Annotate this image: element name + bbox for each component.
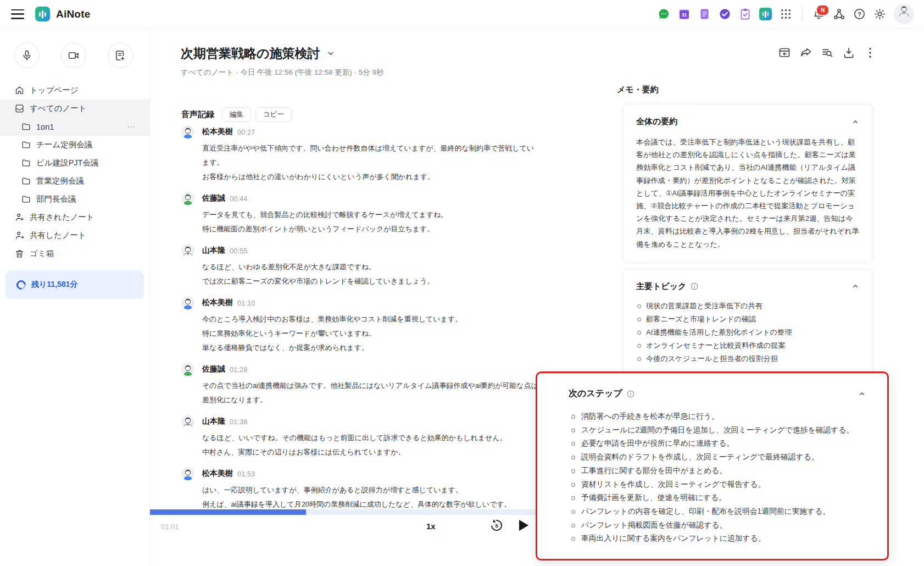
home-icon (14, 85, 25, 96)
speaker-name: 山本隆 (202, 246, 225, 256)
sidebar-item-folder-dept-heads[interactable]: 部門長会議 (0, 190, 149, 208)
apps-grid-button[interactable] (780, 8, 792, 20)
sidebar-item-folder-sales-regular[interactable]: 営業定例会議 (0, 172, 149, 190)
message-timestamp[interactable]: 01:10 (237, 299, 255, 307)
play-button[interactable] (519, 519, 531, 531)
message-text: はい、一応説明していますが、事例紹介があると説得力が増すと感じています。例えば、… (202, 483, 538, 512)
sidebar-item-folder-team-regular[interactable]: チーム定例会議 (0, 136, 149, 154)
transcript-message[interactable]: 佐藤誠01:28その点で当社のai連携機能は強みです。他社製品にはないリアルタイ… (181, 363, 544, 407)
svg-text:?: ? (858, 11, 861, 18)
next-step-item: 予備費計画を更新し、使途を明確にする。 (581, 491, 866, 505)
share-forward-button[interactable] (799, 46, 812, 59)
topic-item: オンラインセミナーと比較資料作成の提案 (646, 339, 860, 352)
notification-badge: N (816, 4, 830, 16)
overall-summary-card: 全体の要約 本会議では、受注率低下と制約率低迷という現状課題を共有し、顧客が他社… (622, 104, 873, 263)
sidebar-item-trash[interactable]: ゴミ箱 (0, 245, 149, 263)
chat-button[interactable] (658, 8, 670, 20)
copy-button[interactable]: コピー (255, 107, 292, 122)
ainote-logo-icon (35, 7, 50, 21)
speaker-avatar (181, 296, 194, 309)
playback-speed-button[interactable]: 1x (423, 521, 439, 531)
rewind-5s-button[interactable]: 5 (489, 518, 504, 534)
message-text: 直近受注率がやや低下傾向です。問い合わせ件数自体は増えていますが、最終的な制約率… (202, 141, 538, 184)
transcript-message[interactable]: 佐藤誠00:44データを見ても、競合製品との比較検討で離脱するケースが増えてます… (181, 192, 544, 236)
camera-icon (68, 49, 80, 62)
search-transcript-icon (821, 46, 834, 59)
more-horizontal-icon[interactable]: ⋯ (127, 122, 149, 132)
more-vertical-button[interactable] (864, 46, 877, 59)
hamburger-menu-button[interactable] (11, 9, 24, 19)
notifications-bell-button[interactable]: N (812, 8, 825, 20)
next-step-item: 必要な申請を田中が役所に早めに連絡する。 (581, 437, 866, 451)
folder-icon (21, 158, 31, 168)
ainote-recorder-button[interactable] (759, 8, 772, 20)
chevron-up-icon[interactable] (851, 118, 860, 126)
divider (802, 7, 803, 21)
help-button[interactable]: ? (853, 8, 866, 20)
message-timestamp[interactable]: 00:27 (237, 128, 255, 136)
key-topics-list: 現状の営業課題と受注率低下の共有顧客ニーズと市場トレンドの確認AI連携機能を活用… (636, 299, 860, 365)
message-timestamp[interactable]: 01:38 (230, 418, 248, 426)
chevron-up-icon[interactable] (858, 390, 866, 398)
sidebar-quick-actions (0, 29, 149, 68)
transcript-message[interactable]: 松本美樹01:53はい、一応説明していますが、事例紹介があると説得力が増すと感じ… (181, 467, 544, 512)
sidebar-item-folder-1on1[interactable]: 1on1⋯ (0, 118, 149, 136)
chevron-up-icon[interactable] (851, 282, 860, 291)
annotation-panel-button[interactable] (778, 46, 791, 59)
sidebar-item-folder-building-pjt[interactable]: ビル建設PJT会議 (0, 154, 149, 172)
progress-fill (150, 509, 306, 515)
chat-icon (658, 8, 670, 20)
notes-doc-button[interactable] (698, 8, 711, 20)
topic-item: 今後のスケジュールと担当者の役割分担 (646, 352, 860, 365)
audio-player: 01:01 1x 5 (150, 509, 571, 540)
new-note-button[interactable] (108, 43, 133, 68)
topic-item: 顧客ニーズと市場トレンドの確認 (646, 313, 860, 326)
next-steps-panel: 次のステップ 消防署への手続きを松本が早急に行う。スケジュールに2週間の予備日を… (536, 371, 889, 561)
settings-gear-button[interactable] (873, 8, 886, 20)
play-icon (519, 520, 528, 531)
download-icon (842, 46, 855, 59)
message-timestamp[interactable]: 00:44 (230, 195, 248, 203)
summary-panel-title: メモ・要約 (617, 85, 873, 95)
approval-check-icon (719, 8, 731, 20)
message-timestamp[interactable]: 01:53 (237, 470, 255, 478)
sidebar-item-label: ビル建設PJT会議 (36, 158, 98, 168)
tasks-clipboard-button[interactable] (739, 8, 752, 20)
download-button[interactable] (842, 46, 855, 59)
transcript-message[interactable]: 松本美樹01:10今のところ導入検討中のお客様は、業務効率化やコスト削減を重視し… (181, 296, 544, 355)
message-text: その点で当社のai連携機能は強みです。他社製品にはないリアルタイム議事録作成やa… (202, 379, 538, 407)
speaker-name: 佐藤誠 (202, 364, 225, 374)
transcript-message[interactable]: 松本美樹00:27直近受注率がやや低下傾向です。問い合わせ件数自体は増えています… (181, 125, 544, 184)
next-step-item: パンフレット掲載図面を佐藤が確認する。 (581, 519, 866, 532)
message-timestamp[interactable]: 00:55 (230, 247, 248, 255)
progress-bar[interactable] (150, 509, 571, 515)
remaining-minutes-badge[interactable]: 残り11,581分 (5, 270, 144, 299)
next-steps-list: 消防署への手続きを松本が早急に行う。スケジュールに2週間の予備日を追加し、次回ミ… (569, 410, 866, 546)
transcript-message[interactable]: 山本隆01:38なるほど、いいですね。その機能はもっと前面に出して訴求できると効… (181, 415, 544, 459)
overall-summary-title: 全体の要約 (636, 116, 677, 127)
sidebar-item-label: トップページ (30, 85, 79, 96)
user-avatar-button[interactable] (894, 4, 914, 24)
org-directory-button[interactable] (833, 8, 845, 20)
edit-button[interactable]: 編集 (222, 107, 251, 122)
settings-gear-icon (873, 8, 886, 20)
record-audio-button[interactable] (14, 43, 40, 68)
calendar-button[interactable]: 31 (678, 8, 691, 20)
key-topics-card: 主要トピック 現状の営業課題と受注率低下の共有顧客ニーズと市場トレンドの確認AI… (622, 269, 873, 384)
sidebar-item-top-page[interactable]: トップページ (0, 81, 149, 99)
sidebar-item-shared-by-me[interactable]: 共有したノート (0, 226, 149, 245)
transcript-message[interactable]: 山本隆00:55なるほど、いわゆる差別化不足が大きな課題ですね。では次に顧客ニー… (181, 244, 544, 288)
search-transcript-button[interactable] (821, 46, 834, 59)
message-text: なるほど、いわゆる差別化不足が大きな課題ですね。では次に顧客ニーズの変化や市場の… (202, 260, 538, 288)
calendar-icon: 31 (678, 8, 691, 20)
chevron-down-icon[interactable] (326, 48, 336, 58)
more-vertical-icon (864, 46, 877, 59)
notes-doc-icon (698, 8, 711, 20)
quota-ring-icon (15, 278, 28, 291)
sidebar-item-shared-with-me[interactable]: 共有されたノート (0, 208, 149, 226)
record-video-button[interactable] (61, 43, 86, 68)
next-step-item: 消防署への手続きを松本が早急に行う。 (581, 410, 866, 424)
approval-check-button[interactable] (719, 8, 731, 20)
sidebar-item-all-notes[interactable]: すべてのノート (0, 99, 149, 118)
message-timestamp[interactable]: 01:28 (230, 365, 248, 374)
